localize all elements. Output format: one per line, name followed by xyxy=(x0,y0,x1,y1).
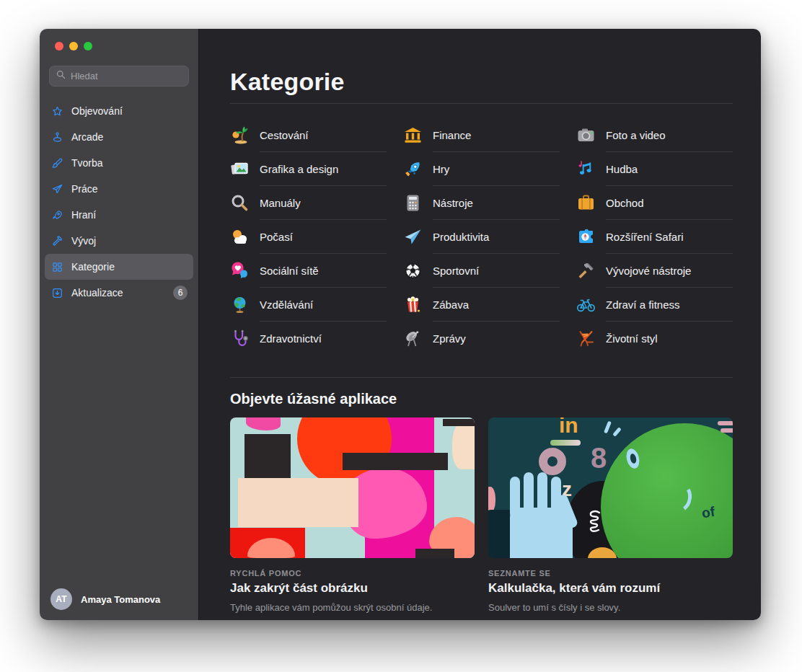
category-zivotni-styl[interactable]: Životní styl xyxy=(576,322,733,355)
category-foto-a-video[interactable]: Foto a video xyxy=(576,118,733,152)
search-icon xyxy=(56,69,66,83)
category-grid: CestováníFinanceFoto a videoGrafika a de… xyxy=(230,118,733,355)
artwork-shape xyxy=(612,427,622,437)
sidebar-item-vyvoj[interactable]: Vývoj xyxy=(45,228,193,254)
rocket-icon xyxy=(50,208,63,221)
discover-heading: Objevte úžasné aplikace xyxy=(230,391,733,407)
star-icon xyxy=(50,105,63,118)
traffic-lights xyxy=(40,29,198,50)
screen: ObjevováníArcadeTvorbaPráceHraníVývojKat… xyxy=(0,0,802,672)
sidebar-item-objevovani[interactable]: Objevování xyxy=(45,98,193,124)
sidebar-item-aktualizace[interactable]: Aktualizace6 xyxy=(45,280,193,306)
calculator-icon xyxy=(403,193,423,213)
category-vyvojove-nastroje[interactable]: Vývojové nástroje xyxy=(576,254,733,288)
category-socialni-site[interactable]: Sociální sítě xyxy=(230,254,387,288)
minimize-button[interactable] xyxy=(69,42,78,50)
sidebar-item-label: Vývoj xyxy=(71,235,96,247)
camera-icon xyxy=(576,125,596,145)
artwork-shape: of xyxy=(701,505,715,520)
sidebar-item-label: Aktualizace xyxy=(71,287,123,299)
category-label: Produktivita xyxy=(433,231,489,243)
artwork-shape xyxy=(343,453,448,470)
sidebar-item-arcade[interactable]: Arcade xyxy=(45,124,193,150)
category-hudba[interactable]: Hudba xyxy=(576,152,733,186)
sidebar-nav: ObjevováníArcadeTvorbaPráceHraníVývojKat… xyxy=(45,98,193,306)
app-store-window: ObjevováníArcadeTvorbaPráceHraníVývojKat… xyxy=(40,29,761,620)
sidebar-item-prace[interactable]: Práce xyxy=(45,176,193,202)
game-rocket-icon xyxy=(403,159,423,179)
zoom-button[interactable] xyxy=(84,42,92,50)
chat-heart-icon xyxy=(230,261,250,280)
category-label-wrap: Hry xyxy=(433,152,560,186)
category-label: Manuály xyxy=(260,197,301,209)
artwork-shape: 8 xyxy=(591,443,607,472)
artwork-shape xyxy=(718,421,733,425)
story-card-eyebrow: SEZNAMTE SE xyxy=(488,569,733,578)
story-cards: RYCHLÁ POMOC Jak zakrýt část obrázku Tyh… xyxy=(230,417,733,613)
joystick-icon xyxy=(50,131,63,143)
category-label: Finance xyxy=(433,129,471,141)
sidebar-item-kategorie[interactable]: Kategorie xyxy=(45,254,193,280)
category-label: Hry xyxy=(433,163,449,175)
story-card-title: Kalkulačka, která vám rozumí xyxy=(488,581,733,596)
category-zdravotnictvi[interactable]: Zdravotnictví xyxy=(230,322,387,355)
profile[interactable]: AT Amaya Tomanova xyxy=(50,588,160,610)
category-label-wrap: Vývojové nástroje xyxy=(606,254,733,288)
sidebar-item-hrani[interactable]: Hraní xyxy=(45,202,193,228)
category-produktivita[interactable]: Produktivita xyxy=(403,220,560,254)
category-finance[interactable]: Finance xyxy=(403,118,560,152)
soccer-ball-icon xyxy=(403,261,423,280)
category-cestovani[interactable]: Cestování xyxy=(230,118,387,152)
category-zdravi-a-fitness[interactable]: Zdraví a fitness xyxy=(576,288,733,322)
artwork-shape xyxy=(238,478,358,527)
palm-tree-icon xyxy=(230,125,250,145)
picture-icon xyxy=(230,159,250,179)
category-rozsireni-safari[interactable]: Rozšíření Safari xyxy=(576,220,733,254)
search-field[interactable] xyxy=(49,66,189,87)
search-input[interactable] xyxy=(71,71,182,81)
sidebar-item-label: Kategorie xyxy=(71,261,115,273)
category-sportovni[interactable]: Sportovní xyxy=(403,254,560,288)
category-label: Počasí xyxy=(260,231,293,243)
globe-icon xyxy=(230,295,250,314)
category-label-wrap: Vzdělávání xyxy=(260,288,387,322)
close-button[interactable] xyxy=(55,42,63,50)
category-label: Rozšíření Safari xyxy=(606,231,684,243)
category-obchod[interactable]: Obchod xyxy=(576,186,733,220)
popcorn-icon xyxy=(403,295,423,314)
category-label: Životní styl xyxy=(606,332,658,345)
artwork-shape xyxy=(244,434,291,481)
briefcase-icon xyxy=(576,193,596,213)
artwork-shape xyxy=(452,422,475,469)
category-pocasi[interactable]: Počasí xyxy=(230,220,387,254)
category-label: Zdravotnictví xyxy=(260,332,322,345)
artwork-shape xyxy=(550,440,581,446)
bank-icon xyxy=(403,125,423,145)
sidebar: ObjevováníArcadeTvorbaPráceHraníVývojKat… xyxy=(40,29,199,620)
grid-icon xyxy=(50,260,63,273)
sidebar-item-label: Objevování xyxy=(71,105,123,117)
artwork-shape xyxy=(443,419,475,426)
story-card-soulver[interactable]: 8 in z xyxy=(488,417,733,613)
category-label-wrap: Zdravotnictví xyxy=(260,322,387,355)
artwork-shape xyxy=(539,448,566,475)
category-grafika-a-design[interactable]: Grafika a design xyxy=(230,152,387,186)
sidebar-item-tvorba[interactable]: Tvorba xyxy=(45,150,193,176)
main-content: Kategorie CestováníFinanceFoto a videoGr… xyxy=(199,29,761,620)
category-hry[interactable]: Hry xyxy=(403,152,560,186)
category-label: Grafika a design xyxy=(260,163,338,175)
story-card-artwork-abstract xyxy=(230,417,475,558)
story-card-hide-image[interactable]: RYCHLÁ POMOC Jak zakrýt část obrázku Tyh… xyxy=(230,417,475,613)
category-zabava[interactable]: Zábava xyxy=(403,288,560,322)
story-card-title: Jak zakrýt část obrázku xyxy=(230,581,475,596)
category-label-wrap: Obchod xyxy=(606,186,733,220)
category-label: Zprávy xyxy=(433,332,466,345)
category-label-wrap: Sportovní xyxy=(433,254,560,288)
story-card-subtitle: Soulver to umí s čísly i se slovy. xyxy=(488,602,733,613)
category-zpravy[interactable]: Zprávy xyxy=(403,322,560,355)
category-manualy[interactable]: Manuály xyxy=(230,186,387,220)
hammer-color-icon xyxy=(576,261,596,280)
category-label: Zábava xyxy=(433,299,469,311)
category-vzdelavani[interactable]: Vzdělávání xyxy=(230,288,387,322)
category-nastroje[interactable]: Nástroje xyxy=(403,186,560,220)
